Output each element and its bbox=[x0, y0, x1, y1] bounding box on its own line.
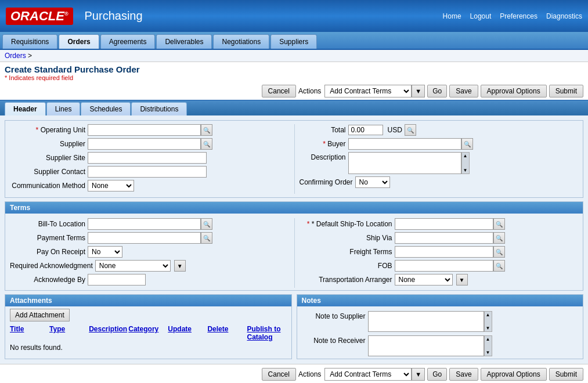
ship-via-label: Ship Via bbox=[300, 234, 392, 242]
submit-button-top[interactable]: Submit bbox=[549, 85, 583, 97]
save-button-bottom[interactable]: Save bbox=[449, 368, 478, 381]
col-category[interactable]: Category bbox=[128, 325, 168, 341]
scroll-up[interactable]: ▲ bbox=[462, 153, 469, 159]
save-button-top[interactable]: Save bbox=[449, 85, 478, 97]
cancel-button-top[interactable]: Cancel bbox=[262, 85, 296, 97]
payment-terms-row: Payment Terms 30 Net (terms date + 30) 🔍 bbox=[10, 232, 290, 244]
col-title[interactable]: Title bbox=[10, 325, 49, 341]
freight-terms-input[interactable]: Due bbox=[395, 246, 493, 258]
nav-preferences[interactable]: Preferences bbox=[500, 12, 538, 20]
payment-terms-label: Payment Terms bbox=[10, 234, 85, 242]
req-acknowledgment-row: Required Acknowledgment NoneStandardBlin… bbox=[10, 260, 290, 272]
add-attachment-button[interactable]: Add Attachment bbox=[10, 309, 70, 321]
tab-distributions[interactable]: Distributions bbox=[131, 102, 187, 115]
tab-orders[interactable]: Orders bbox=[59, 34, 99, 49]
cancel-button-bottom[interactable]: Cancel bbox=[262, 368, 296, 381]
note-to-receiver-label: Note to Receiver bbox=[302, 335, 366, 345]
tab-schedules[interactable]: Schedules bbox=[81, 102, 131, 115]
freight-terms-search[interactable]: 🔍 bbox=[493, 246, 505, 258]
contract-terms-select-top[interactable]: Add Contract Terms bbox=[324, 85, 412, 97]
breadcrumb: Orders > bbox=[0, 50, 588, 62]
transport-row: Transportation Arranger None ▼ bbox=[300, 274, 579, 286]
tab-requisitions[interactable]: Requisitions bbox=[2, 34, 57, 49]
bill-to-input[interactable]: L1 - LeaseQA bbox=[88, 218, 201, 230]
bill-to-row: Bill-To Location L1 - LeaseQA 🔍 bbox=[10, 218, 290, 230]
communication-method-select[interactable]: NoneEmailFax bbox=[88, 180, 134, 192]
col-delete[interactable]: Delete bbox=[207, 325, 247, 341]
tab-suppliers[interactable]: Suppliers bbox=[270, 34, 317, 49]
contract-terms-arrow-bottom[interactable]: ▼ bbox=[412, 368, 425, 381]
supplier-site-label: Supplier Site bbox=[10, 154, 85, 162]
nav-diagnostics[interactable]: Diagnostics bbox=[546, 12, 582, 20]
ship-to-input[interactable]: L1 - LeaseQA bbox=[395, 218, 493, 230]
total-search[interactable]: 🔍 bbox=[405, 124, 416, 136]
scroll-down[interactable]: ▼ bbox=[462, 167, 469, 174]
nav-home[interactable]: Home bbox=[443, 12, 461, 20]
note-to-receiver-row: Note to Receiver ▲ ▼ bbox=[302, 335, 579, 356]
description-textarea[interactable] bbox=[348, 152, 461, 174]
contract-terms-arrow-top[interactable]: ▼ bbox=[412, 85, 425, 97]
req-acknowledgment-select[interactable]: NoneStandardBlind bbox=[95, 260, 171, 272]
bill-to-search[interactable]: 🔍 bbox=[201, 218, 212, 230]
go-button-bottom[interactable]: Go bbox=[427, 368, 447, 381]
payment-terms-search[interactable]: 🔍 bbox=[201, 232, 212, 244]
col-publish[interactable]: Publish to Catalog bbox=[247, 325, 286, 341]
pay-on-receipt-select[interactable]: NoYes bbox=[88, 246, 122, 258]
supplier-contact-input[interactable] bbox=[88, 166, 207, 178]
receiver-note-scrollbar: ▲ ▼ bbox=[484, 335, 492, 356]
col-description[interactable]: Description bbox=[89, 325, 128, 341]
ship-via-search[interactable]: 🔍 bbox=[493, 232, 505, 244]
supplier-input[interactable] bbox=[88, 138, 201, 150]
footer-action-bar: Cancel Actions Add Contract Terms ▼ Go S… bbox=[0, 364, 588, 383]
supplier-site-input[interactable] bbox=[88, 152, 207, 164]
tab-agreements[interactable]: Agreements bbox=[100, 34, 156, 49]
payment-terms-input[interactable]: 30 Net (terms date + 30) bbox=[88, 232, 201, 244]
contract-terms-select-bottom[interactable]: Add Contract Terms bbox=[324, 368, 412, 381]
note-to-supplier-input[interactable] bbox=[368, 311, 484, 332]
col-type[interactable]: Type bbox=[49, 325, 89, 341]
approval-options-button-top[interactable]: Approval Options bbox=[481, 85, 547, 97]
submit-button-bottom[interactable]: Submit bbox=[549, 368, 583, 381]
operating-unit-search[interactable]: 🔍 bbox=[201, 124, 212, 136]
note-to-receiver-input[interactable] bbox=[368, 335, 484, 356]
buyer-row: Buyer Brown, Ms. Casey 🔍 bbox=[300, 138, 579, 150]
notes-form: Note to Supplier ▲ ▼ Note to Receiver bbox=[297, 309, 583, 359]
go-button-top[interactable]: Go bbox=[427, 85, 447, 97]
add-contract-terms-dropdown-top: Add Contract Terms ▼ bbox=[324, 85, 425, 97]
approval-options-button-bottom[interactable]: Approval Options bbox=[481, 368, 547, 381]
ship-to-search[interactable]: 🔍 bbox=[493, 218, 505, 230]
pay-on-receipt-label: Pay On Receipt bbox=[10, 248, 85, 256]
fob-search[interactable]: 🔍 bbox=[493, 260, 505, 272]
oracle-logo-text: ORACLE® bbox=[6, 8, 73, 25]
transport-arrow[interactable]: ▼ bbox=[456, 274, 468, 286]
tab-lines[interactable]: Lines bbox=[46, 102, 81, 115]
note-to-supplier-label: Note to Supplier bbox=[302, 311, 366, 320]
fob-input[interactable]: Origin bbox=[395, 260, 493, 272]
tab-header[interactable]: Header bbox=[5, 102, 46, 115]
col-update[interactable]: Update bbox=[168, 325, 207, 341]
left-form-column: Operating Unit Vision Operations 🔍 Suppl… bbox=[5, 124, 294, 194]
total-row: Total 0.00 USD 🔍 bbox=[300, 124, 579, 136]
breadcrumb-orders[interactable]: Orders bbox=[5, 52, 26, 60]
supplier-site-row: Supplier Site bbox=[10, 152, 290, 164]
buyer-search[interactable]: 🔍 bbox=[461, 138, 473, 150]
req-acknowledgment-search[interactable]: ▼ bbox=[174, 260, 186, 272]
confirming-order-select[interactable]: NoYes bbox=[355, 176, 390, 188]
supplier-search[interactable]: 🔍 bbox=[201, 138, 212, 150]
transport-select[interactable]: None bbox=[395, 274, 453, 286]
page-title-area: Create Standard Purchase Order * Indicat… bbox=[0, 62, 588, 82]
terms-section: Terms Bill-To Location L1 - LeaseQA 🔍 Pa… bbox=[5, 201, 583, 291]
communication-method-row: Communication Method NoneEmailFax bbox=[10, 180, 290, 192]
no-results-text: No results found. bbox=[5, 342, 291, 353]
communication-method-label: Communication Method bbox=[10, 182, 85, 190]
acknowledge-by-input[interactable] bbox=[88, 274, 146, 286]
tab-negotiations[interactable]: Negotiations bbox=[213, 34, 269, 49]
supplier-contact-row: Supplier Contact bbox=[10, 166, 290, 178]
total-label: Total bbox=[300, 126, 346, 134]
tab-deliverables[interactable]: Deliverables bbox=[156, 34, 212, 49]
top-nav-links: Home Logout Preferences Diagnostics bbox=[443, 12, 582, 20]
ship-via-input[interactable] bbox=[395, 232, 493, 244]
nav-logout[interactable]: Logout bbox=[470, 12, 492, 20]
operating-unit-input[interactable]: Vision Operations bbox=[88, 124, 201, 136]
buyer-input[interactable]: Brown, Ms. Casey bbox=[348, 138, 461, 150]
